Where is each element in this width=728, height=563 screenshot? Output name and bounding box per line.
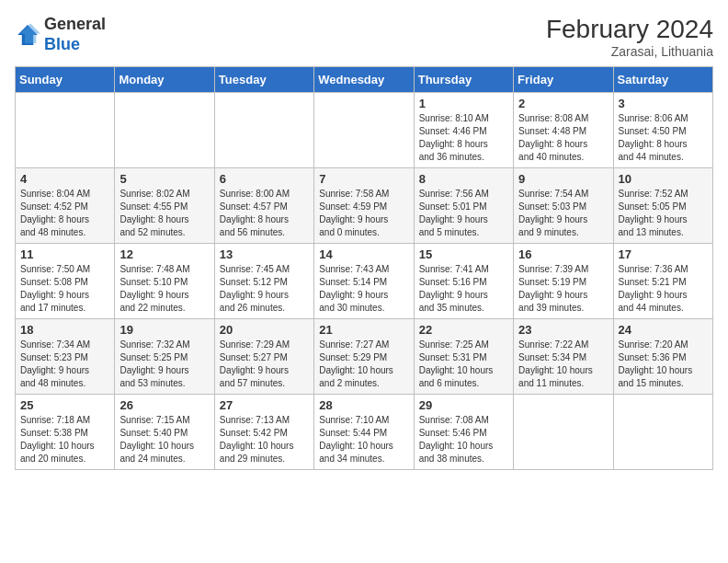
day-number: 27 <box>220 398 309 412</box>
calendar-week-row: 1Sunrise: 8:10 AM Sunset: 4:46 PM Daylig… <box>16 93 713 168</box>
day-number: 15 <box>419 247 508 261</box>
calendar-cell: 5Sunrise: 8:02 AM Sunset: 4:55 PM Daylig… <box>115 168 214 244</box>
day-number: 3 <box>619 97 708 110</box>
logo-icon <box>15 22 40 48</box>
col-monday: Monday <box>115 67 214 93</box>
day-number: 10 <box>619 172 708 186</box>
day-number: 14 <box>319 247 408 261</box>
calendar-cell: 10Sunrise: 7:52 AM Sunset: 5:05 PM Dayli… <box>613 168 712 244</box>
day-info: Sunrise: 7:27 AM Sunset: 5:29 PM Dayligh… <box>319 339 408 390</box>
day-number: 28 <box>319 398 408 412</box>
calendar-cell: 22Sunrise: 7:25 AM Sunset: 5:31 PM Dayli… <box>414 319 513 395</box>
day-info: Sunrise: 7:34 AM Sunset: 5:23 PM Dayligh… <box>20 339 109 390</box>
day-number: 19 <box>119 323 209 337</box>
day-info: Sunrise: 7:50 AM Sunset: 5:08 PM Dayligh… <box>20 263 109 315</box>
title-block: February 2024 Zarasai, Lithuania <box>546 15 713 59</box>
day-info: Sunrise: 7:15 AM Sunset: 5:40 PM Dayligh… <box>119 414 209 465</box>
calendar-cell: 27Sunrise: 7:13 AM Sunset: 5:42 PM Dayli… <box>214 395 313 470</box>
col-saturday: Saturday <box>613 67 712 93</box>
day-info: Sunrise: 7:48 AM Sunset: 5:10 PM Dayligh… <box>119 263 209 315</box>
day-number: 13 <box>220 247 309 261</box>
day-info: Sunrise: 8:04 AM Sunset: 4:52 PM Dayligh… <box>20 188 109 239</box>
calendar-week-row: 25Sunrise: 7:18 AM Sunset: 5:38 PM Dayli… <box>16 395 713 470</box>
day-number: 8 <box>419 172 508 186</box>
col-friday: Friday <box>514 67 613 93</box>
calendar-cell: 16Sunrise: 7:39 AM Sunset: 5:19 PM Dayli… <box>514 244 613 319</box>
day-number: 20 <box>220 323 309 337</box>
calendar-cell: 14Sunrise: 7:43 AM Sunset: 5:14 PM Dayli… <box>314 244 414 319</box>
calendar-cell <box>514 395 613 470</box>
logo: General Blue <box>15 15 106 54</box>
day-number: 9 <box>518 172 608 186</box>
day-info: Sunrise: 7:20 AM Sunset: 5:36 PM Dayligh… <box>619 339 708 390</box>
day-number: 21 <box>319 323 408 337</box>
calendar-cell <box>115 93 214 168</box>
day-number: 4 <box>20 172 109 186</box>
day-info: Sunrise: 8:00 AM Sunset: 4:57 PM Dayligh… <box>220 188 309 239</box>
calendar-cell: 6Sunrise: 8:00 AM Sunset: 4:57 PM Daylig… <box>214 168 313 244</box>
calendar-cell: 12Sunrise: 7:48 AM Sunset: 5:10 PM Dayli… <box>115 244 214 319</box>
day-info: Sunrise: 7:56 AM Sunset: 5:01 PM Dayligh… <box>419 188 508 239</box>
day-info: Sunrise: 7:39 AM Sunset: 5:19 PM Dayligh… <box>518 263 608 315</box>
calendar-cell: 2Sunrise: 8:08 AM Sunset: 4:48 PM Daylig… <box>514 93 613 168</box>
day-number: 7 <box>319 172 408 186</box>
calendar-cell: 17Sunrise: 7:36 AM Sunset: 5:21 PM Dayli… <box>613 244 712 319</box>
calendar-cell: 7Sunrise: 7:58 AM Sunset: 4:59 PM Daylig… <box>314 168 414 244</box>
day-info: Sunrise: 7:54 AM Sunset: 5:03 PM Dayligh… <box>518 188 608 239</box>
day-info: Sunrise: 7:10 AM Sunset: 5:44 PM Dayligh… <box>319 414 408 465</box>
calendar-cell: 21Sunrise: 7:27 AM Sunset: 5:29 PM Dayli… <box>314 319 414 395</box>
day-number: 6 <box>220 172 309 186</box>
day-number: 16 <box>518 247 608 261</box>
day-number: 11 <box>20 247 109 261</box>
month-year: February 2024 <box>546 15 713 44</box>
day-number: 18 <box>20 323 109 337</box>
day-info: Sunrise: 7:58 AM Sunset: 4:59 PM Dayligh… <box>319 188 408 239</box>
col-thursday: Thursday <box>414 67 513 93</box>
day-number: 22 <box>419 323 508 337</box>
day-info: Sunrise: 7:36 AM Sunset: 5:21 PM Dayligh… <box>619 263 708 315</box>
day-info: Sunrise: 8:10 AM Sunset: 4:46 PM Dayligh… <box>419 112 508 164</box>
day-info: Sunrise: 8:06 AM Sunset: 4:50 PM Dayligh… <box>619 112 708 164</box>
calendar-week-row: 11Sunrise: 7:50 AM Sunset: 5:08 PM Dayli… <box>16 244 713 319</box>
day-number: 29 <box>419 398 508 412</box>
day-info: Sunrise: 8:08 AM Sunset: 4:48 PM Dayligh… <box>518 112 608 164</box>
calendar-cell: 18Sunrise: 7:34 AM Sunset: 5:23 PM Dayli… <box>16 319 115 395</box>
day-number: 26 <box>119 398 209 412</box>
day-info: Sunrise: 8:02 AM Sunset: 4:55 PM Dayligh… <box>119 188 209 239</box>
calendar-cell: 26Sunrise: 7:15 AM Sunset: 5:40 PM Dayli… <box>115 395 214 470</box>
day-info: Sunrise: 7:18 AM Sunset: 5:38 PM Dayligh… <box>20 414 109 465</box>
calendar-week-row: 4Sunrise: 8:04 AM Sunset: 4:52 PM Daylig… <box>16 168 713 244</box>
day-info: Sunrise: 7:22 AM Sunset: 5:34 PM Dayligh… <box>518 339 608 390</box>
calendar-cell: 11Sunrise: 7:50 AM Sunset: 5:08 PM Dayli… <box>16 244 115 319</box>
calendar-cell <box>16 93 115 168</box>
calendar-cell: 9Sunrise: 7:54 AM Sunset: 5:03 PM Daylig… <box>514 168 613 244</box>
calendar-table: Sunday Monday Tuesday Wednesday Thursday… <box>15 66 713 470</box>
day-number: 1 <box>419 97 508 110</box>
day-info: Sunrise: 7:45 AM Sunset: 5:12 PM Dayligh… <box>220 263 309 315</box>
calendar-cell: 20Sunrise: 7:29 AM Sunset: 5:27 PM Dayli… <box>214 319 313 395</box>
day-info: Sunrise: 7:43 AM Sunset: 5:14 PM Dayligh… <box>319 263 408 315</box>
calendar-cell: 24Sunrise: 7:20 AM Sunset: 5:36 PM Dayli… <box>613 319 712 395</box>
page-header: General Blue February 2024 Zarasai, Lith… <box>15 15 713 59</box>
col-sunday: Sunday <box>16 67 115 93</box>
day-info: Sunrise: 7:13 AM Sunset: 5:42 PM Dayligh… <box>220 414 309 465</box>
calendar-cell <box>214 93 313 168</box>
location: Zarasai, Lithuania <box>546 44 713 59</box>
day-info: Sunrise: 7:29 AM Sunset: 5:27 PM Dayligh… <box>220 339 309 390</box>
calendar-cell: 28Sunrise: 7:10 AM Sunset: 5:44 PM Dayli… <box>314 395 414 470</box>
calendar-cell: 15Sunrise: 7:41 AM Sunset: 5:16 PM Dayli… <box>414 244 513 319</box>
logo-text: General Blue <box>44 15 106 54</box>
day-number: 24 <box>619 323 708 337</box>
day-info: Sunrise: 7:41 AM Sunset: 5:16 PM Dayligh… <box>419 263 508 315</box>
day-number: 5 <box>119 172 209 186</box>
col-tuesday: Tuesday <box>214 67 313 93</box>
day-number: 12 <box>119 247 209 261</box>
col-wednesday: Wednesday <box>314 67 414 93</box>
day-number: 25 <box>20 398 109 412</box>
calendar-cell: 13Sunrise: 7:45 AM Sunset: 5:12 PM Dayli… <box>214 244 313 319</box>
calendar-cell: 3Sunrise: 8:06 AM Sunset: 4:50 PM Daylig… <box>613 93 712 168</box>
day-info: Sunrise: 7:25 AM Sunset: 5:31 PM Dayligh… <box>419 339 508 390</box>
calendar-cell: 19Sunrise: 7:32 AM Sunset: 5:25 PM Dayli… <box>115 319 214 395</box>
calendar-cell: 23Sunrise: 7:22 AM Sunset: 5:34 PM Dayli… <box>514 319 613 395</box>
day-info: Sunrise: 7:08 AM Sunset: 5:46 PM Dayligh… <box>419 414 508 465</box>
